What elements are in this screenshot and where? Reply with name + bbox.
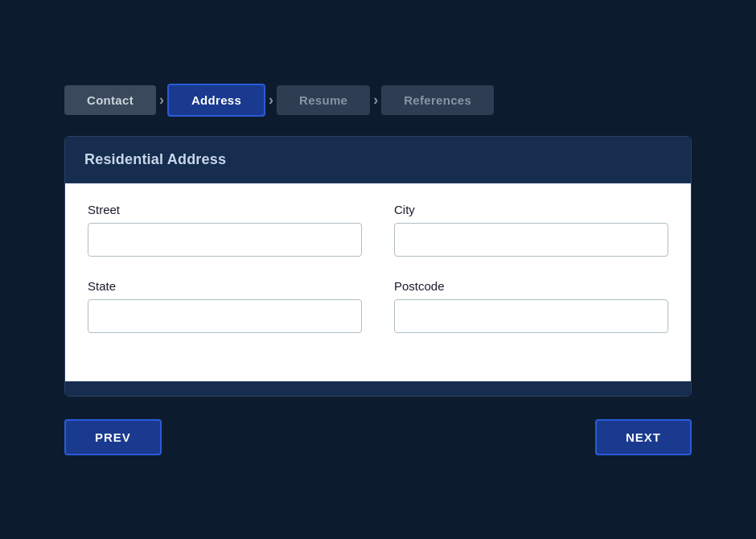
postcode-input[interactable]: [394, 299, 668, 333]
form-row-1: Street City: [88, 203, 668, 257]
form-row-2: State Postcode: [88, 279, 668, 333]
step-button-address[interactable]: Address: [167, 84, 265, 117]
step-button-resume[interactable]: Resume: [277, 85, 370, 115]
city-label: City: [394, 203, 668, 216]
city-input[interactable]: [394, 223, 668, 257]
chevron-icon-2: ›: [269, 92, 273, 109]
wizard-container: Contact › Address › Resume › References …: [64, 84, 692, 455]
card-header: Residential Address: [65, 137, 691, 183]
step-button-contact[interactable]: Contact: [64, 85, 156, 115]
chevron-icon-3: ›: [373, 92, 378, 109]
step-item-resume: Resume: [277, 85, 370, 115]
step-button-references[interactable]: References: [381, 85, 494, 115]
street-input[interactable]: [88, 223, 362, 257]
step-nav: Contact › Address › Resume › References: [64, 84, 692, 117]
state-input[interactable]: [88, 299, 362, 333]
address-card: Residential Address Street City State: [64, 136, 692, 397]
card-title: Residential Address: [84, 151, 226, 167]
card-body: Street City State Postcode: [65, 183, 691, 381]
form-group-street: Street: [88, 203, 362, 257]
street-label: Street: [88, 203, 362, 216]
next-button[interactable]: NEXT: [595, 419, 692, 455]
form-group-postcode: Postcode: [394, 279, 668, 333]
bottom-nav: PREV NEXT: [64, 419, 692, 455]
postcode-label: Postcode: [394, 279, 668, 293]
step-item-address: Address: [167, 84, 265, 117]
step-item-contact: Contact: [64, 85, 156, 115]
chevron-icon-1: ›: [159, 92, 164, 109]
form-group-state: State: [88, 279, 362, 333]
prev-button[interactable]: PREV: [64, 419, 162, 455]
state-label: State: [88, 279, 362, 293]
form-group-city: City: [394, 203, 668, 257]
card-footer: [65, 381, 691, 396]
step-item-references: References: [381, 85, 494, 115]
